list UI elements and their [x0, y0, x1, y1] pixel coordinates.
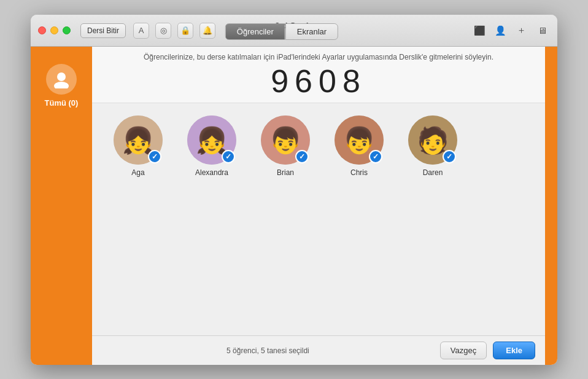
student-avatar-wrap-alexandra: 👧 ✓: [187, 115, 236, 165]
font-icon[interactable]: A: [133, 23, 149, 39]
footer-status: 5 öğrenci, 5 tanesi seçildi: [102, 346, 434, 355]
airplay-icon[interactable]: ⬛: [471, 23, 487, 39]
student-avatar-wrap-aga: 👧 ✓: [114, 115, 163, 165]
student-name-alexandra: Alexandra: [195, 168, 228, 177]
tab-ogrenciler[interactable]: Öğrenciler: [225, 23, 285, 40]
screen-icon[interactable]: 🖥: [534, 23, 550, 39]
student-item[interactable]: 👧 ✓ Aga: [110, 115, 166, 177]
toolbar-icons: A ◎ 🔒 🔔: [133, 23, 215, 39]
students-grid: 👧 ✓ Aga 👧 ✓: [92, 103, 545, 335]
info-banner-text: Öğrencilerinize, bu derse katılmaları iç…: [104, 53, 533, 61]
student-name-daren: Daren: [423, 168, 443, 177]
sidebar-arrow: [54, 115, 69, 122]
toolbar-right: ⬛ 👤 ＋ 🖥: [471, 23, 550, 39]
student-avatar-wrap-brian: 👦 ✓: [261, 115, 310, 165]
tab-group: Öğrenciler Ekranlar: [225, 23, 338, 40]
student-item[interactable]: 🧑 ✓ Daren: [405, 115, 460, 177]
person-icon[interactable]: 👤: [492, 23, 508, 39]
info-banner: Öğrencilerinize, bu derse katılmaları iç…: [92, 47, 545, 103]
join-code: 9608: [104, 64, 533, 103]
titlebar: Dersi Bitir A ◎ 🔒 🔔 3rd Grade Öğrenciler…: [31, 15, 557, 47]
svg-point-1: [54, 82, 69, 88]
student-name-aga: Aga: [131, 168, 144, 177]
compass-icon[interactable]: ◎: [155, 23, 171, 39]
add-icon[interactable]: ＋: [513, 23, 529, 39]
maximize-button[interactable]: [63, 26, 71, 34]
sidebar-all-label: Tümü (0): [45, 98, 79, 107]
lock-icon[interactable]: 🔒: [177, 23, 193, 39]
footer: 5 öğrenci, 5 tanesi seçildi Vazgeç Ekle: [92, 335, 545, 365]
sidebar-item-all[interactable]: Tümü (0): [40, 59, 83, 112]
bell-icon[interactable]: 🔔: [199, 23, 215, 39]
tab-ekranlar[interactable]: Ekranlar: [285, 23, 338, 40]
student-item[interactable]: 👦 ✓ Chris: [331, 115, 387, 177]
student-name-brian: Brian: [277, 168, 294, 177]
student-name-chris: Chris: [350, 168, 368, 177]
main-window: Dersi Bitir A ◎ 🔒 🔔 3rd Grade Öğrenciler…: [31, 15, 557, 365]
sidebar-avatar-icon: [46, 64, 77, 95]
student-item[interactable]: 👧 ✓ Alexandra: [184, 115, 239, 177]
student-avatar-wrap-daren: 🧑 ✓: [408, 115, 457, 165]
close-button[interactable]: [38, 26, 46, 34]
toolbar-left: Dersi Bitir: [80, 23, 126, 38]
sidebar: Tümü (0): [31, 47, 92, 365]
content-panel: Öğrencilerinize, bu derse katılmaları iç…: [92, 47, 545, 365]
main-area: Tümü (0) Öğrencilerinize, bu derse katıl…: [31, 47, 557, 365]
minimize-button[interactable]: [50, 26, 58, 34]
student-avatar-wrap-chris: 👦 ✓: [335, 115, 384, 165]
end-class-button[interactable]: Dersi Bitir: [80, 23, 126, 38]
add-button[interactable]: Ekle: [493, 342, 535, 359]
student-item[interactable]: 👦 ✓ Brian: [258, 115, 313, 177]
traffic-lights: [38, 26, 71, 34]
right-orange-border: [545, 47, 557, 365]
svg-point-0: [57, 72, 66, 81]
cancel-button[interactable]: Vazgeç: [440, 342, 487, 359]
